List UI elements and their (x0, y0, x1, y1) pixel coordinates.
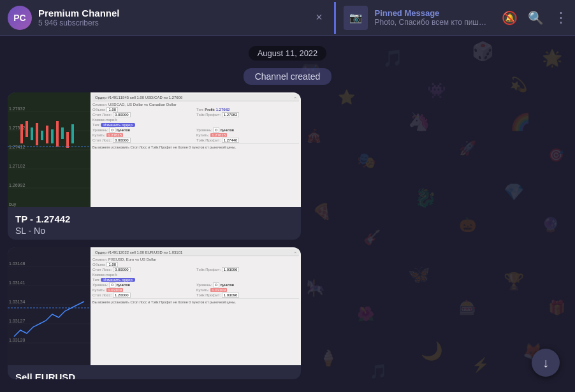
svg-rect-41 (20, 124, 23, 143)
svg-text:1.03141: 1.03141 (9, 280, 25, 285)
svg-text:1.03148: 1.03148 (9, 261, 25, 266)
channel-avatar: PC (8, 6, 32, 30)
svg-text:1.26992: 1.26992 (9, 183, 25, 187)
pinned-title: Pinned Message (374, 8, 486, 18)
message-title-2: Sell EURUSD (15, 372, 293, 379)
message-content-2: Sell EURUSD TP - 1.03096 (8, 365, 301, 379)
svg-text:buy: buy (9, 202, 17, 207)
pinned-message[interactable]: 📷 Pinned Message Photo, Спасибо всем кто… (334, 2, 494, 34)
svg-rect-51 (71, 124, 74, 143)
message-card-2: 1.03148 1.03141 1.03134 1.03127 1.03120 … (8, 247, 301, 379)
svg-rect-43 (31, 127, 33, 140)
svg-text:1.27632: 1.27632 (9, 106, 25, 111)
svg-rect-45 (41, 131, 43, 140)
svg-rect-47 (51, 129, 54, 143)
message-content-1: TP - 1.27442 SL - No (8, 207, 301, 240)
pinned-thumbnail: 📷 (344, 6, 368, 30)
chat-area: August 11, 2022 Channel created 1.27632 … (0, 36, 575, 392)
close-button[interactable]: × (309, 8, 329, 28)
channel-name: Premium Channel (38, 8, 120, 18)
svg-rect-42 (25, 121, 28, 137)
notifications-icon[interactable]: 🔕 (502, 10, 518, 25)
pinned-text: Pinned Message Photo, Спасибо всем кто п… (374, 8, 486, 27)
header-info: Premium Channel 5 946 subscribers (38, 8, 120, 27)
message-card-1: 1.27632 1.27522 1.27412 1.27102 1.26992 … (8, 92, 301, 240)
message-title-1: TP - 1.27442 (15, 214, 293, 224)
header: PC Premium Channel 5 946 subscribers × 📷… (0, 0, 575, 36)
more-icon[interactable]: ⋮ (554, 10, 567, 26)
svg-text:1.03134: 1.03134 (9, 300, 25, 304)
svg-text:1.03120: 1.03120 (9, 338, 25, 342)
svg-text:1.27102: 1.27102 (9, 164, 25, 168)
svg-rect-44 (36, 123, 38, 145)
pinned-preview: Photo, Спасибо всем кто пиш… (374, 18, 486, 27)
svg-rect-49 (61, 127, 64, 139)
date-badge: August 11, 2022 (249, 46, 327, 61)
svg-rect-50 (66, 132, 69, 148)
header-icons: 🔕 🔍 ⋮ (502, 10, 567, 26)
svg-text:1.27412: 1.27412 (9, 145, 25, 149)
message-image-2: 1.03148 1.03141 1.03134 1.03127 1.03120 … (8, 247, 301, 365)
search-icon[interactable]: 🔍 (528, 10, 544, 25)
scroll-to-bottom-button[interactable]: ↓ (532, 349, 560, 377)
svg-rect-48 (56, 121, 59, 147)
message-image-1: 1.27632 1.27522 1.27412 1.27102 1.26992 … (8, 92, 301, 207)
header-left: PC Premium Channel 5 946 subscribers (8, 6, 309, 30)
subscriber-count: 5 946 subscribers (38, 18, 120, 27)
svg-text:1.03127: 1.03127 (9, 319, 25, 323)
channel-created-badge: Channel created (244, 68, 332, 85)
message-subtitle-1: SL - No (15, 226, 293, 236)
svg-rect-46 (46, 126, 48, 143)
